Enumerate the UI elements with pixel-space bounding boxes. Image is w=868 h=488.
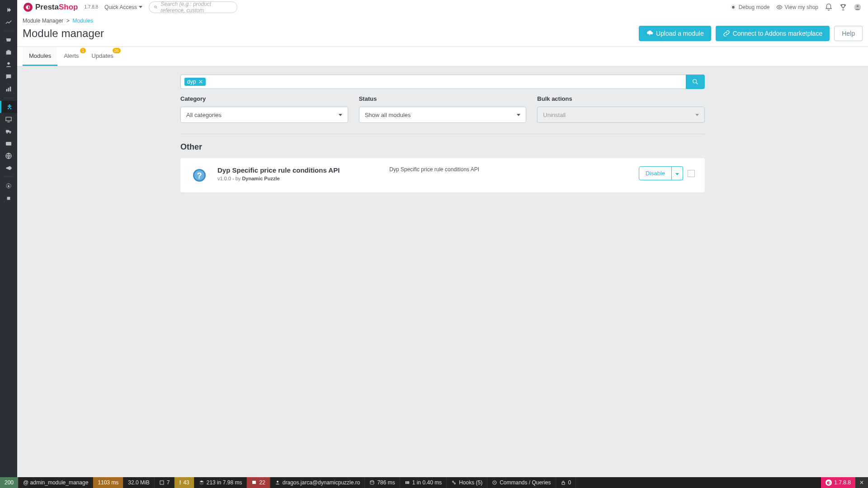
debug-mode-link[interactable]: Debug mode — [730, 4, 770, 10]
search-icon — [154, 5, 158, 10]
tab-alerts[interactable]: Alerts1 — [57, 47, 85, 66]
debug-user[interactable]: dragos.jarca@dynamicpuzzle.ro — [270, 477, 365, 488]
quick-access-menu[interactable]: Quick Access — [104, 4, 142, 10]
bulk-select: Uninstall — [537, 107, 705, 123]
debug-stack[interactable]: 213 in 7.98 ms — [194, 477, 247, 488]
svg-rect-13 — [7, 197, 10, 200]
sidebar-international[interactable] — [0, 150, 17, 162]
link-icon — [723, 30, 730, 37]
view-shop-link[interactable]: View my shop — [776, 4, 818, 10]
svg-point-16 — [732, 6, 735, 9]
brand-logo-icon: ◐ — [24, 3, 33, 12]
sidebar-customer-service[interactable] — [0, 70, 17, 83]
sidebar-marketing[interactable] — [0, 162, 17, 174]
module-action-dropdown[interactable] — [672, 166, 683, 180]
chevron-down-icon — [517, 114, 520, 116]
svg-point-7 — [6, 132, 8, 134]
svg-rect-0 — [6, 51, 11, 54]
cloud-upload-icon — [646, 30, 653, 37]
category-select[interactable]: All categories — [180, 107, 348, 123]
svg-point-19 — [857, 5, 859, 7]
chevron-down-icon — [675, 173, 679, 175]
debug-cache[interactable]: 1 in 0.40 ms — [400, 477, 447, 488]
module-meta: v1.0.0 - by Dynamic Puzzle — [217, 176, 340, 181]
bug-icon — [730, 4, 736, 10]
sidebar-orders[interactable] — [0, 34, 17, 46]
chevron-down-icon — [339, 114, 342, 116]
chevron-down-icon — [695, 114, 699, 116]
svg-rect-30 — [407, 481, 408, 484]
tab-modules[interactable]: Modules — [23, 47, 57, 66]
status-label: Status — [359, 95, 527, 102]
svg-text:?: ? — [197, 171, 202, 180]
svg-rect-31 — [408, 481, 409, 484]
badge-updates: 26 — [113, 48, 121, 53]
sidebar-modules[interactable] — [0, 101, 17, 113]
svg-point-28 — [370, 481, 374, 482]
debug-close[interactable]: ✕ — [856, 477, 868, 488]
svg-point-27 — [277, 481, 278, 483]
debug-version[interactable]: ◐1.7.8.8 — [821, 477, 856, 488]
brand-shop: Shop — [59, 3, 78, 11]
remove-tag-icon[interactable]: ✕ — [198, 79, 203, 85]
debug-route[interactable]: @ admin_module_manage — [19, 477, 93, 488]
svg-point-17 — [778, 6, 780, 8]
global-search[interactable]: Search (e.g.: product reference, custom — [149, 1, 237, 13]
section-title: Other — [180, 142, 705, 152]
debug-db[interactable]: 786 ms — [365, 477, 400, 488]
module-icon: ? — [190, 166, 208, 184]
sidebar-configure[interactable] — [0, 180, 17, 192]
breadcrumb-leaf[interactable]: Modules — [72, 18, 93, 24]
help-button[interactable]: Help — [834, 26, 863, 41]
module-title: Dyp Specific price rule conditions API — [217, 166, 340, 174]
svg-point-20 — [693, 80, 697, 83]
search-tag-chip[interactable]: dyp ✕ — [184, 78, 206, 86]
breadcrumb-root[interactable]: Module Manager — [23, 18, 63, 24]
search-button[interactable] — [686, 75, 705, 89]
svg-rect-29 — [406, 481, 406, 484]
module-card: ? Dyp Specific price rule conditions API… — [180, 158, 705, 192]
sidebar-shipping[interactable] — [0, 125, 17, 137]
svg-rect-3 — [6, 89, 8, 91]
svg-line-21 — [696, 83, 698, 84]
module-search-input[interactable]: dyp ✕ — [180, 75, 686, 89]
upload-module-button[interactable]: Upload a module — [639, 26, 711, 41]
sidebar-dashboard[interactable] — [0, 16, 17, 28]
svg-rect-5 — [10, 86, 11, 91]
connect-addons-button[interactable]: Connect to Addons marketplace — [716, 26, 830, 41]
debug-warnings[interactable]: !43 — [175, 477, 194, 488]
status-select[interactable]: Show all modules — [359, 107, 527, 123]
svg-rect-10 — [6, 143, 11, 143]
bell-icon[interactable] — [825, 3, 833, 11]
version-label: 1.7.8.8 — [84, 5, 98, 9]
breadcrumb: Module Manager > Modules — [23, 18, 863, 24]
sidebar-stats[interactable] — [0, 83, 17, 95]
sidebar-customers[interactable] — [0, 58, 17, 70]
svg-rect-35 — [562, 483, 565, 485]
svg-point-14 — [155, 5, 157, 8]
svg-rect-1 — [7, 50, 9, 51]
svg-rect-6 — [6, 117, 11, 121]
sidebar-payment[interactable] — [0, 137, 17, 150]
debug-status[interactable]: 200 — [0, 477, 19, 488]
debug-ajax[interactable]: 7 — [155, 477, 175, 488]
debug-time[interactable]: 1103 ms — [93, 477, 123, 488]
debug-memory[interactable]: 32.0 MiB — [123, 477, 154, 488]
eye-icon — [776, 4, 783, 10]
search-icon — [692, 78, 699, 85]
sidebar-design[interactable] — [0, 113, 17, 125]
sidebar — [0, 0, 17, 477]
profile-icon[interactable] — [854, 3, 862, 11]
debug-bar: 200 @ admin_module_manage 1103 ms 32.0 M… — [0, 477, 868, 488]
sidebar-catalog[interactable] — [0, 46, 17, 58]
module-checkbox[interactable] — [688, 170, 695, 177]
sidebar-advanced[interactable] — [0, 192, 17, 204]
debug-commands[interactable]: Commands / Queries — [487, 477, 556, 488]
debug-forms[interactable]: 22 — [247, 477, 270, 488]
debug-hooks[interactable]: Hooks (5) — [447, 477, 487, 488]
tab-updates[interactable]: Updates26 — [85, 47, 119, 66]
sidebar-expand[interactable] — [0, 4, 17, 16]
module-disable-button[interactable]: Disable — [639, 166, 672, 180]
trophy-icon[interactable] — [839, 3, 847, 11]
debug-lock[interactable]: 0 — [556, 477, 576, 488]
